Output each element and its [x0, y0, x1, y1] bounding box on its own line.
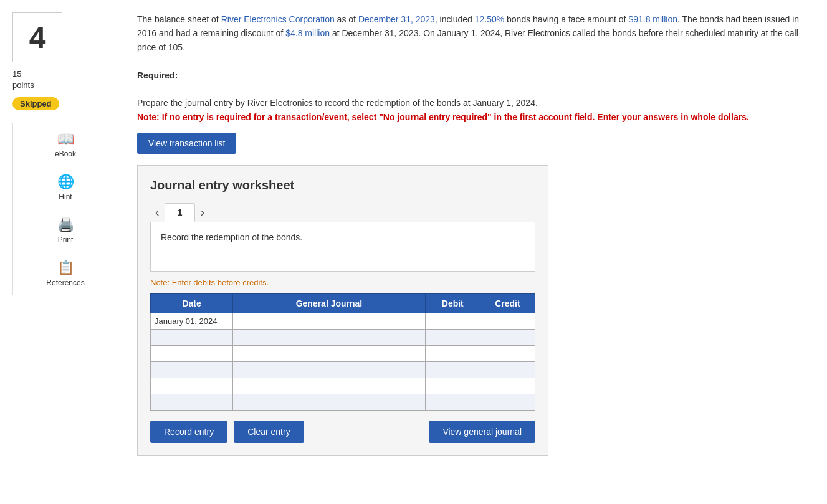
clear-entry-button[interactable]: Clear entry: [234, 421, 304, 443]
journal-input-3[interactable]: [233, 362, 425, 378]
credit-input-0[interactable]: [480, 313, 535, 329]
credit-input-2[interactable]: [480, 346, 535, 361]
problem-text: The balance sheet of River Electronics C…: [137, 12, 815, 124]
credit-cell-3[interactable]: [480, 362, 535, 378]
table-row: [151, 330, 535, 346]
col-header-date: Date: [151, 294, 233, 313]
debit-cell-3[interactable]: [425, 362, 480, 378]
journal-input-4[interactable]: [233, 378, 425, 394]
view-general-journal-button[interactable]: View general journal: [429, 421, 535, 443]
action-buttons: Record entry Clear entry View general jo…: [150, 421, 535, 443]
credit-cell-1[interactable]: [480, 330, 535, 346]
col-header-journal: General Journal: [233, 294, 426, 313]
table-row: [151, 346, 535, 362]
hint-icon: 🌐: [57, 174, 74, 190]
ebook-label: eBook: [55, 150, 76, 158]
debit-cell-5[interactable]: [425, 394, 480, 411]
question-number-box: 4: [12, 12, 62, 62]
status-badge: Skipped: [12, 97, 59, 110]
journal-cell-1[interactable]: [233, 330, 426, 346]
bond-rate: 12.50%: [475, 14, 504, 24]
date-cell-5: [151, 394, 233, 411]
sidebar-item-references[interactable]: 📋 References: [13, 252, 118, 295]
debit-input-2[interactable]: [426, 346, 480, 361]
table-row: [151, 394, 535, 411]
credit-cell-5[interactable]: [480, 394, 535, 411]
ebook-icon: 📖: [57, 131, 74, 147]
credit-cell-0[interactable]: [480, 313, 535, 330]
main-content: The balance sheet of River Electronics C…: [118, 12, 815, 456]
debit-cell-0[interactable]: [425, 313, 480, 330]
references-label: References: [46, 278, 84, 287]
discount-amount: $4.8 million: [285, 28, 330, 38]
view-transaction-button[interactable]: View transaction list: [137, 133, 236, 154]
tab-next-button[interactable]: ›: [195, 202, 209, 222]
journal-input-0[interactable]: [233, 313, 425, 329]
debit-cell-1[interactable]: [425, 330, 480, 346]
journal-input-1[interactable]: [233, 330, 425, 345]
debit-input-4[interactable]: [426, 378, 480, 394]
credit-cell-4[interactable]: [480, 378, 535, 394]
company-name: River Electronics Corporation: [221, 14, 335, 24]
journal-table: Date General Journal Debit Credit Januar…: [150, 293, 535, 411]
sidebar-item-print[interactable]: 🖨️ Print: [13, 209, 118, 252]
question-number: 4: [29, 21, 46, 55]
table-row: [151, 362, 535, 378]
worksheet-container: Journal entry worksheet ‹ 1 › Record the…: [137, 165, 548, 456]
sidebar-item-ebook[interactable]: 📖 eBook: [13, 123, 118, 166]
date-cell-1: [151, 330, 233, 346]
credit-input-4[interactable]: [480, 378, 535, 394]
credit-input-1[interactable]: [480, 330, 535, 345]
print-label: Print: [58, 235, 74, 244]
table-row: [151, 378, 535, 394]
date-cell-4: [151, 378, 233, 394]
tab-1[interactable]: 1: [165, 203, 196, 222]
debit-input-0[interactable]: [426, 313, 480, 329]
face-amount: $91.8 million: [628, 14, 677, 24]
record-entry-button[interactable]: Record entry: [150, 421, 227, 443]
print-icon: 🖨️: [57, 217, 74, 233]
journal-cell-4[interactable]: [233, 378, 426, 394]
journal-cell-5[interactable]: [233, 394, 426, 411]
points-label: 15 points: [12, 69, 118, 91]
col-header-credit: Credit: [480, 294, 535, 313]
problem-body: The balance sheet of River Electronics C…: [137, 14, 799, 52]
points-text: points: [12, 80, 34, 90]
debit-input-1[interactable]: [426, 330, 480, 345]
col-header-debit: Debit: [425, 294, 480, 313]
transaction-description: Record the redemption of the bonds.: [150, 222, 535, 272]
debit-input-5[interactable]: [426, 394, 480, 410]
required-label: Required:: [137, 70, 178, 80]
credit-input-5[interactable]: [480, 394, 535, 410]
sidebar-tools: 📖 eBook 🌐 Hint 🖨️ Print 📋 References: [12, 123, 118, 295]
credit-input-3[interactable]: [480, 362, 535, 378]
credit-cell-2[interactable]: [480, 346, 535, 362]
debit-input-3[interactable]: [426, 362, 480, 378]
worksheet-title: Journal entry worksheet: [150, 178, 535, 193]
debit-cell-2[interactable]: [425, 346, 480, 362]
debit-cell-4[interactable]: [425, 378, 480, 394]
date-ref: December 31, 2023: [358, 14, 435, 24]
date-cell-2: [151, 346, 233, 362]
hint-label: Hint: [59, 193, 72, 201]
sidebar: 4 15 points Skipped 📖 eBook 🌐 Hint 🖨️ Pr…: [12, 12, 118, 456]
tab-navigation: ‹ 1 ›: [150, 202, 535, 222]
red-note: Note: If no entry is required for a tran…: [137, 112, 749, 122]
points-value: 15: [12, 69, 21, 78]
date-cell-3: [151, 362, 233, 378]
table-row: January 01, 2024: [151, 313, 535, 330]
journal-input-2[interactable]: [233, 346, 425, 361]
journal-cell-2[interactable]: [233, 346, 426, 362]
date-cell-0: January 01, 2024: [151, 313, 233, 330]
prepare-text: Prepare the journal entry by River Elect…: [137, 98, 538, 108]
tab-prev-button[interactable]: ‹: [150, 202, 165, 222]
journal-cell-3[interactable]: [233, 362, 426, 378]
debit-credit-note: Note: Enter debits before credits.: [150, 278, 535, 287]
journal-input-5[interactable]: [233, 394, 425, 410]
journal-cell-0[interactable]: [233, 313, 426, 330]
sidebar-item-hint[interactable]: 🌐 Hint: [13, 166, 118, 209]
references-icon: 📋: [57, 260, 74, 276]
